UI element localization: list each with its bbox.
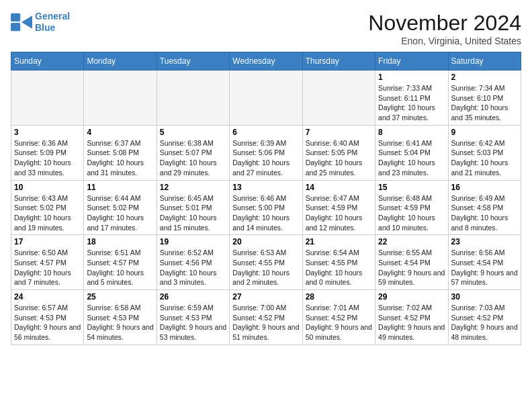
day-number: 15 <box>378 183 445 192</box>
logo-text: General Blue <box>35 11 70 34</box>
title-area: November 2024 Enon, Virginia, United Sta… <box>368 11 521 46</box>
day-number: 14 <box>306 183 372 192</box>
day-info: Sunrise: 6:58 AMSunset: 4:53 PMDaylight:… <box>87 303 153 342</box>
day-cell: 12Sunrise: 6:45 AMSunset: 5:01 PMDayligh… <box>157 180 229 235</box>
day-number: 8 <box>378 128 445 137</box>
day-number: 20 <box>232 237 299 246</box>
column-header-wednesday: Wednesday <box>230 52 302 71</box>
day-cell: 15Sunrise: 6:48 AMSunset: 4:59 PMDayligh… <box>375 180 448 235</box>
location: Enon, Virginia, United States <box>368 36 521 46</box>
day-cell: 25Sunrise: 6:58 AMSunset: 4:53 PMDayligh… <box>84 290 157 345</box>
day-cell <box>11 71 84 126</box>
day-cell: 16Sunrise: 6:49 AMSunset: 4:58 PMDayligh… <box>448 180 521 235</box>
day-number: 27 <box>232 292 299 302</box>
column-header-sunday: Sunday <box>11 52 84 71</box>
day-number: 29 <box>378 292 445 302</box>
week-row-5: 24Sunrise: 6:57 AMSunset: 4:53 PMDayligh… <box>11 290 521 345</box>
svg-marker-2 <box>21 15 32 29</box>
day-cell: 11Sunrise: 6:44 AMSunset: 5:02 PMDayligh… <box>84 180 157 235</box>
day-cell: 8Sunrise: 6:41 AMSunset: 5:04 PMDaylight… <box>375 125 448 180</box>
day-number: 21 <box>306 237 372 246</box>
day-cell: 17Sunrise: 6:50 AMSunset: 4:57 PMDayligh… <box>11 235 84 290</box>
day-number: 30 <box>451 292 518 302</box>
day-cell: 20Sunrise: 6:53 AMSunset: 4:55 PMDayligh… <box>230 235 302 290</box>
day-number: 16 <box>451 183 518 192</box>
day-number: 24 <box>14 292 81 302</box>
day-info: Sunrise: 6:49 AMSunset: 4:58 PMDaylight:… <box>451 193 518 233</box>
day-number: 11 <box>87 183 153 192</box>
column-header-thursday: Thursday <box>302 52 375 71</box>
column-header-tuesday: Tuesday <box>157 52 229 71</box>
day-cell: 18Sunrise: 6:51 AMSunset: 4:57 PMDayligh… <box>84 235 157 290</box>
day-info: Sunrise: 6:40 AMSunset: 5:05 PMDaylight:… <box>306 138 372 178</box>
day-cell: 6Sunrise: 6:39 AMSunset: 5:06 PMDaylight… <box>230 125 302 180</box>
day-number: 12 <box>160 183 226 192</box>
day-cell: 7Sunrise: 6:40 AMSunset: 5:05 PMDaylight… <box>302 125 375 180</box>
day-number: 3 <box>14 128 81 137</box>
day-cell: 14Sunrise: 6:47 AMSunset: 4:59 PMDayligh… <box>302 180 375 235</box>
day-cell: 13Sunrise: 6:46 AMSunset: 5:00 PMDayligh… <box>230 180 302 235</box>
day-number: 13 <box>232 183 299 192</box>
day-cell: 22Sunrise: 6:55 AMSunset: 4:54 PMDayligh… <box>375 235 448 290</box>
day-cell: 24Sunrise: 6:57 AMSunset: 4:53 PMDayligh… <box>11 290 84 345</box>
day-number: 9 <box>451 128 518 137</box>
day-number: 23 <box>451 237 518 246</box>
day-cell: 30Sunrise: 7:03 AMSunset: 4:52 PMDayligh… <box>448 290 521 345</box>
day-cell: 4Sunrise: 6:37 AMSunset: 5:08 PMDaylight… <box>84 125 157 180</box>
calendar-header-row: SundayMondayTuesdayWednesdayThursdayFrid… <box>11 52 521 71</box>
day-cell <box>230 71 302 126</box>
day-info: Sunrise: 6:54 AMSunset: 4:55 PMDaylight:… <box>306 248 372 287</box>
day-info: Sunrise: 7:34 AMSunset: 6:10 PMDaylight:… <box>451 83 518 123</box>
day-number: 18 <box>87 237 153 246</box>
day-info: Sunrise: 6:45 AMSunset: 5:01 PMDaylight:… <box>160 193 226 233</box>
day-info: Sunrise: 6:59 AMSunset: 4:53 PMDaylight:… <box>160 303 226 342</box>
day-cell: 28Sunrise: 7:01 AMSunset: 4:52 PMDayligh… <box>302 290 375 345</box>
day-number: 25 <box>87 292 153 302</box>
day-cell <box>84 71 157 126</box>
day-number: 10 <box>14 183 81 192</box>
day-cell: 19Sunrise: 6:52 AMSunset: 4:56 PMDayligh… <box>157 235 229 290</box>
day-info: Sunrise: 6:46 AMSunset: 5:00 PMDaylight:… <box>232 193 299 233</box>
day-number: 28 <box>306 292 372 302</box>
day-number: 5 <box>160 128 226 137</box>
day-cell: 10Sunrise: 6:43 AMSunset: 5:02 PMDayligh… <box>11 180 84 235</box>
day-cell <box>157 71 229 126</box>
day-info: Sunrise: 6:36 AMSunset: 5:09 PMDaylight:… <box>14 138 81 178</box>
week-row-3: 10Sunrise: 6:43 AMSunset: 5:02 PMDayligh… <box>11 180 521 235</box>
day-info: Sunrise: 6:48 AMSunset: 4:59 PMDaylight:… <box>378 193 445 233</box>
day-info: Sunrise: 6:38 AMSunset: 5:07 PMDaylight:… <box>160 138 226 178</box>
day-info: Sunrise: 6:55 AMSunset: 4:54 PMDaylight:… <box>378 248 445 287</box>
day-cell: 1Sunrise: 7:33 AMSunset: 6:11 PMDaylight… <box>375 71 448 126</box>
month-title: November 2024 <box>368 11 521 36</box>
header: General Blue November 2024 Enon, Virgini… <box>11 11 521 46</box>
week-row-2: 3Sunrise: 6:36 AMSunset: 5:09 PMDaylight… <box>11 125 521 180</box>
day-info: Sunrise: 6:50 AMSunset: 4:57 PMDaylight:… <box>14 248 81 287</box>
day-cell: 21Sunrise: 6:54 AMSunset: 4:55 PMDayligh… <box>302 235 375 290</box>
day-info: Sunrise: 6:42 AMSunset: 5:03 PMDaylight:… <box>451 138 518 178</box>
logo-icon <box>11 13 32 32</box>
column-header-monday: Monday <box>84 52 157 71</box>
day-number: 22 <box>378 237 445 246</box>
day-cell: 26Sunrise: 6:59 AMSunset: 4:53 PMDayligh… <box>157 290 229 345</box>
column-header-saturday: Saturday <box>448 52 521 71</box>
day-number: 6 <box>232 128 299 137</box>
day-number: 2 <box>451 73 518 82</box>
day-number: 26 <box>160 292 226 302</box>
logo: General Blue <box>11 11 70 34</box>
day-info: Sunrise: 7:33 AMSunset: 6:11 PMDaylight:… <box>378 83 445 123</box>
day-info: Sunrise: 6:57 AMSunset: 4:53 PMDaylight:… <box>14 303 81 342</box>
week-row-1: 1Sunrise: 7:33 AMSunset: 6:11 PMDaylight… <box>11 71 521 126</box>
day-info: Sunrise: 7:01 AMSunset: 4:52 PMDaylight:… <box>306 303 372 342</box>
svg-rect-1 <box>11 23 20 31</box>
day-info: Sunrise: 7:00 AMSunset: 4:52 PMDaylight:… <box>232 303 299 342</box>
day-cell: 3Sunrise: 6:36 AMSunset: 5:09 PMDaylight… <box>11 125 84 180</box>
day-info: Sunrise: 6:39 AMSunset: 5:06 PMDaylight:… <box>232 138 299 178</box>
day-info: Sunrise: 6:43 AMSunset: 5:02 PMDaylight:… <box>14 193 81 233</box>
day-cell: 5Sunrise: 6:38 AMSunset: 5:07 PMDaylight… <box>157 125 229 180</box>
day-number: 7 <box>306 128 372 137</box>
day-info: Sunrise: 7:03 AMSunset: 4:52 PMDaylight:… <box>451 303 518 342</box>
day-info: Sunrise: 7:02 AMSunset: 4:52 PMDaylight:… <box>378 303 445 342</box>
day-info: Sunrise: 6:51 AMSunset: 4:57 PMDaylight:… <box>87 248 153 287</box>
day-info: Sunrise: 6:53 AMSunset: 4:55 PMDaylight:… <box>232 248 299 287</box>
day-cell: 27Sunrise: 7:00 AMSunset: 4:52 PMDayligh… <box>230 290 302 345</box>
